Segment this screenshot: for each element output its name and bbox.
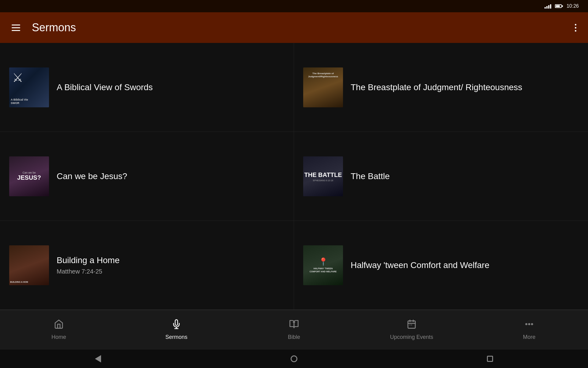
- bottom-nav: Home Sermons Bible: [0, 310, 588, 350]
- svg-point-11: [529, 324, 530, 325]
- nav-item-sermons[interactable]: Sermons: [146, 316, 207, 343]
- menu-button[interactable]: [9, 22, 23, 33]
- app-title: Sermons: [32, 21, 76, 34]
- sermon-title-4: The Battle: [351, 171, 390, 182]
- more-dot-3: [575, 30, 576, 32]
- sermon-item-1[interactable]: A Biblical VieSWOR A Biblical View of Sw…: [0, 43, 294, 132]
- sermon-list: A Biblical VieSWOR A Biblical View of Sw…: [0, 43, 588, 310]
- sermon-title-5: Building a Home: [57, 255, 119, 266]
- nav-label-bible: Bible: [288, 334, 300, 340]
- sermon-info-1: A Biblical View of Swords: [57, 82, 153, 93]
- sermon-title-6: Halfway 'tween Comfort and Welfare: [351, 260, 489, 270]
- sermon-info-6: Halfway 'tween Comfort and Welfare: [351, 260, 489, 270]
- sermon-thumbnail-4: THE BATTLE EPHESIANS 6:10-18: [303, 156, 343, 196]
- thumb-battle-content: THE BATTLE EPHESIANS 6:10-18: [304, 171, 342, 182]
- thumb-label-3b: JESUS?: [17, 174, 41, 181]
- hamburger-line-1: [12, 25, 20, 25]
- microphone-icon: [172, 319, 181, 332]
- hamburger-line-3: [12, 30, 20, 31]
- svg-point-10: [526, 324, 527, 325]
- sermon-item-6[interactable]: 📍 HALFWAY 'TWEENCOMFORT AND WELFARE Half…: [294, 221, 588, 310]
- nav-item-home[interactable]: Home: [28, 316, 89, 343]
- thumb-label-1: A Biblical VieSWOR: [11, 98, 28, 105]
- thumb-label-5: BUILDING A HOM: [10, 281, 28, 283]
- back-button[interactable]: [95, 355, 101, 362]
- thumb-label-3a: Can we be: [22, 171, 36, 174]
- bible-icon: [289, 319, 299, 332]
- signal-icon: [545, 4, 551, 9]
- sermon-thumbnail-6: 📍 HALFWAY 'TWEENCOMFORT AND WELFARE: [303, 245, 343, 285]
- nav-label-sermons: Sermons: [165, 334, 187, 340]
- hamburger-line-2: [12, 27, 20, 28]
- thumb-label-6: HALFWAY 'TWEENCOMFORT AND WELFARE: [310, 267, 337, 273]
- sermon-info-4: The Battle: [351, 171, 390, 182]
- recents-square-icon: [487, 356, 493, 362]
- sermon-thumbnail-1: A Biblical VieSWOR: [9, 67, 49, 107]
- back-icon: [95, 355, 101, 362]
- system-nav: [0, 350, 588, 368]
- sermon-subtitle-5: Matthew 7:24-25: [57, 268, 119, 275]
- nav-item-bible[interactable]: Bible: [263, 316, 325, 343]
- sermon-title-1: A Biblical View of Swords: [57, 82, 153, 93]
- sermon-item-5[interactable]: BUILDING A HOM Building a Home Matthew 7…: [0, 221, 294, 310]
- home-circle-icon: [291, 355, 297, 362]
- sermon-thumbnail-5: BUILDING A HOM: [9, 245, 49, 285]
- nav-label-more: More: [523, 334, 535, 340]
- app-bar: Sermons: [0, 12, 588, 43]
- more-dot-2: [575, 27, 576, 29]
- calendar-icon: [407, 319, 417, 332]
- home-icon: [54, 319, 64, 332]
- sermon-info-2: The Breastplate of Judgment/ Righteousne…: [351, 82, 522, 93]
- nav-label-upcoming-events: Upcoming Events: [390, 334, 433, 340]
- status-bar: 10:26: [0, 0, 588, 12]
- home-button[interactable]: [291, 355, 297, 362]
- sermon-item-2[interactable]: The Breastplate ofJudgment/Righteousness…: [294, 43, 588, 132]
- sermon-title-3: Can we be Jesus?: [57, 171, 127, 182]
- more-dot-1: [575, 24, 576, 25]
- nav-item-upcoming-events[interactable]: Upcoming Events: [381, 316, 442, 343]
- sermon-thumbnail-2: The Breastplate ofJudgment/Righteousness: [303, 67, 343, 107]
- thumb-label-4b: EPHESIANS 6:10-18: [313, 179, 333, 182]
- sermon-item-3[interactable]: Can we be JESUS? Can we be Jesus?: [0, 132, 294, 221]
- status-time: 10:26: [567, 3, 579, 9]
- thumb-label-2: The Breastplate ofJudgment/Righteousness: [305, 72, 341, 79]
- sermon-thumbnail-3: Can we be JESUS?: [9, 156, 49, 196]
- sermon-info-3: Can we be Jesus?: [57, 171, 127, 182]
- sermon-item-4[interactable]: THE BATTLE EPHESIANS 6:10-18 The Battle: [294, 132, 588, 221]
- recents-button[interactable]: [487, 356, 493, 362]
- nav-item-more[interactable]: More: [499, 316, 560, 343]
- more-dots-icon: [524, 319, 534, 332]
- sermon-title-2: The Breastplate of Judgment/ Righteousne…: [351, 82, 522, 93]
- thumb-pin-6: 📍: [318, 257, 328, 266]
- thumb-label-4a: THE BATTLE: [304, 171, 342, 178]
- battery-icon: [555, 4, 563, 8]
- nav-label-home: Home: [51, 334, 66, 340]
- more-button[interactable]: [572, 21, 579, 34]
- sermon-info-5: Building a Home Matthew 7:24-25: [57, 255, 119, 275]
- app-bar-left: Sermons: [9, 21, 76, 34]
- svg-point-12: [531, 324, 533, 325]
